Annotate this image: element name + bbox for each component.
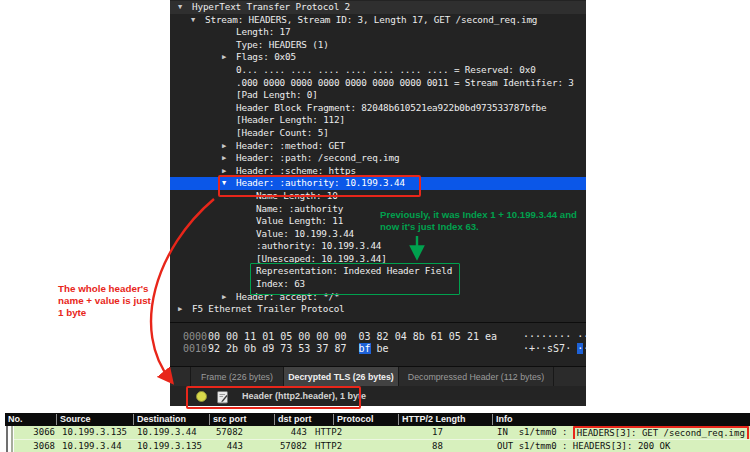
status-bar: Header (http2.header), 1 byte (170, 386, 586, 406)
cell-src-port: 57082 (195, 426, 243, 439)
protocol-tree: ▼HyperText Transfer Protocol 2▼Stream: H… (170, 1, 586, 316)
hex-row[interactable]: 001092 2b 0b d9 73 53 37 87 bf be·+··sS7… (170, 343, 586, 355)
collapse-arrow-icon[interactable]: ▼ (221, 177, 236, 190)
cell-length: 17 (432, 426, 443, 439)
tree-row[interactable]: .000 0000 0000 0000 0000 0000 0000 0011 … (170, 77, 586, 90)
cell-info: OUT s1/tmm0 : HEADERS[3]: 200 OK (497, 440, 670, 452)
tree-row-label: Type: HEADERS (1) (236, 39, 329, 52)
column-separator[interactable] (492, 414, 493, 425)
tree-row[interactable]: Index: 63 (170, 278, 586, 291)
tree-row-label: Header: :method: GET (236, 140, 345, 153)
byte-view-tab[interactable]: Decrypted TLS (26 bytes) (284, 367, 399, 387)
column-separator[interactable] (133, 414, 134, 425)
byte-view-tab[interactable]: Decompressed Header (112 bytes) (399, 367, 554, 387)
tree-row-label: Flags: 0x05 (236, 51, 296, 64)
tree-row-label: Header: :scheme: https (236, 165, 356, 178)
cell-protocol: HTTP2 (315, 426, 342, 439)
tree-row[interactable]: ▶Header: :scheme: https (170, 165, 586, 178)
cell-no: 3066 (20, 426, 55, 439)
hex-row[interactable]: 000000 00 11 01 05 00 00 00 03 82 04 8b … (170, 331, 586, 343)
column-label[interactable]: src port (213, 413, 247, 426)
tree-row-label: :authority: 10.199.3.44 (256, 240, 381, 253)
hex-offset: 0010 (183, 343, 207, 355)
tree-row-label: HyperText Transfer Protocol 2 (192, 1, 350, 14)
tree-row-label: Header: :authority: 10.199.3.44 (236, 177, 405, 190)
tree-row[interactable]: [Header Length: 112] (170, 114, 586, 127)
cell-protocol: HTTP2 (315, 440, 342, 452)
column-separator[interactable] (274, 414, 275, 425)
tree-row-label: 0... .... .... .... .... .... .... .... … (236, 64, 536, 77)
tree-row[interactable]: ▼Header: :authority: 10.199.3.44 (170, 177, 586, 190)
expand-arrow-icon[interactable]: ▶ (221, 165, 236, 178)
cell-source: 10.199.3.44 (62, 440, 122, 452)
tree-row-label: Stream: HEADERS, Stream ID: 3, Length 17… (205, 14, 537, 27)
tree-row-label: Value: 10.199.3.44 (256, 228, 354, 241)
cell-destination: 10.199.3.135 (137, 440, 202, 452)
tree-row[interactable]: :authority: 10.199.3.44 (170, 240, 586, 253)
tree-row-label: Value Length: 11 (256, 215, 343, 228)
hex-ascii: ·+··sS7· ·· (523, 343, 586, 355)
tree-row[interactable]: [Header Count: 5] (170, 127, 586, 140)
tree-row[interactable]: Header Block Fragment: 82048b610521ea922… (170, 102, 586, 115)
expand-arrow-icon[interactable]: ▶ (221, 152, 236, 165)
tree-row-label: Header Block Fragment: 82048b610521ea922… (236, 102, 547, 115)
byte-view-tab[interactable]: Frame (226 bytes) (190, 367, 284, 387)
hex-dump[interactable]: 000000 00 11 01 05 00 00 00 03 82 04 8b … (170, 322, 586, 367)
column-label[interactable]: HTTP/2 Length (402, 413, 466, 426)
tree-row[interactable]: ▶Flags: 0x05 (170, 51, 586, 64)
cell-dst-port: 57082 (259, 440, 307, 452)
cell-length: 88 (432, 440, 443, 452)
column-label[interactable]: Info (496, 413, 513, 426)
expand-arrow-icon[interactable]: ▶ (177, 303, 192, 316)
column-label[interactable]: Destination (137, 413, 186, 426)
tree-row[interactable]: Length: 17 (170, 26, 586, 39)
packet-row[interactable]: 306810.199.3.4410.199.3.13544357082HTTP2… (5, 439, 750, 452)
cell-dst-port: 443 (259, 426, 307, 439)
column-separator[interactable] (333, 414, 334, 425)
tree-row[interactable]: Name Length: 10 (170, 190, 586, 203)
tree-row[interactable]: [Pad Length: 0] (170, 89, 586, 102)
tree-row-label: Representation: Indexed Header Field (256, 265, 452, 278)
tree-row[interactable]: 0... .... .... .... .... .... .... .... … (170, 64, 586, 77)
cell-source: 10.199.3.135 (62, 426, 127, 439)
hex-offset: 0000 (183, 331, 207, 343)
column-separator[interactable] (209, 414, 210, 425)
tree-row-label: Length: 17 (236, 26, 290, 39)
column-label[interactable]: Source (60, 413, 91, 426)
byte-view-tabs: Frame (226 bytes)Decrypted TLS (26 bytes… (170, 366, 586, 386)
expand-arrow-icon[interactable]: ▶ (221, 140, 236, 153)
column-separator[interactable] (56, 414, 57, 425)
tree-row[interactable]: ▶Header: :path: /second_req.img (170, 152, 586, 165)
tree-row-label: Index: 63 (256, 278, 305, 291)
note-icon[interactable] (217, 390, 229, 406)
tree-row-label: [Pad Length: 0] (236, 89, 318, 102)
tree-row[interactable]: ▼Stream: HEADERS, Stream ID: 3, Length 1… (170, 14, 586, 27)
tree-row[interactable]: Type: HEADERS (1) (170, 39, 586, 52)
related-packet-line (11, 426, 13, 452)
tree-row[interactable]: ▶Header: accept: */* (170, 291, 586, 304)
tree-row[interactable]: ▶F5 Ethernet Trailer Protocol (170, 303, 586, 316)
expert-info-dot-icon[interactable] (196, 391, 207, 402)
column-label[interactable]: Protocol (337, 413, 374, 426)
wireshark-panel: ▼HyperText Transfer Protocol 2▼Stream: H… (170, 0, 586, 406)
tree-row[interactable]: Representation: Indexed Header Field (170, 265, 586, 278)
tree-row[interactable]: ▶Header: :method: GET (170, 140, 586, 153)
tree-row-label: F5 Ethernet Trailer Protocol (192, 303, 345, 316)
annotated-wireshark-screenshot: ▼HyperText Transfer Protocol 2▼Stream: H… (0, 0, 750, 452)
tree-row[interactable]: ▼HyperText Transfer Protocol 2 (170, 1, 586, 14)
tree-row-label: .000 0000 0000 0000 0000 0000 0000 0011 … (236, 77, 574, 90)
expand-arrow-icon[interactable]: ▶ (221, 51, 236, 64)
red-note: The whole header'sname + value is just1 … (58, 283, 151, 318)
column-separator[interactable] (398, 414, 399, 425)
tree-row[interactable]: [Unescaped: 10.199.3.44] (170, 253, 586, 266)
tree-row-label: Header: :path: /second_req.img (236, 152, 399, 165)
collapse-arrow-icon[interactable]: ▼ (177, 1, 192, 14)
expand-arrow-icon[interactable]: ▶ (221, 291, 236, 304)
column-label[interactable]: No. (8, 413, 23, 426)
column-label[interactable]: dst port (278, 413, 312, 426)
packet-row[interactable]: 306610.199.3.13510.199.3.4457082443HTTP2… (5, 426, 750, 439)
tree-row-label: Header: accept: */* (236, 291, 340, 304)
tree-row-label: [Header Count: 5] (236, 127, 329, 140)
cell-no: 3068 (20, 440, 55, 452)
collapse-arrow-icon[interactable]: ▼ (190, 14, 205, 27)
